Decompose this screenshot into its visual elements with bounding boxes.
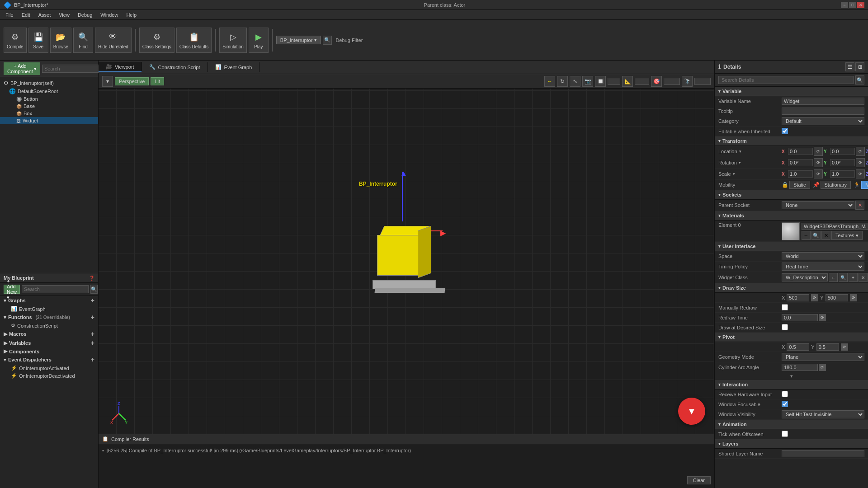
sockets-section-header[interactable]: ▾ Sockets	[715, 190, 868, 200]
menu-view[interactable]: View	[55, 11, 73, 19]
window-focusable-checkbox[interactable]	[782, 401, 788, 407]
blueprint-dropdown[interactable]: BP_Interruptor ▾	[276, 36, 321, 44]
angle-input[interactable]: 10°	[635, 78, 649, 85]
graphs-add-btn[interactable]: +	[91, 297, 94, 304]
editable-checkbox[interactable]	[782, 128, 788, 134]
category-dropdown[interactable]: Default	[782, 117, 864, 125]
pivot-x-input[interactable]	[787, 343, 809, 351]
tab-construction-script[interactable]: 🔧 Construction Script	[142, 62, 208, 72]
bp-item-construction-script[interactable]: ⚙ ConstructionScript	[0, 322, 98, 329]
variable-name-input[interactable]	[782, 98, 864, 105]
cylinder-arc-input[interactable]	[782, 364, 818, 371]
details-search-input[interactable]	[718, 76, 854, 84]
menu-window[interactable]: Window	[97, 11, 122, 19]
scale-x-reset[interactable]: ⟳	[814, 169, 823, 178]
menu-debug[interactable]: Debug	[74, 11, 96, 19]
macros-add-btn[interactable]: +	[91, 330, 94, 338]
bp-section-variables[interactable]: ▶ Variables +	[0, 338, 98, 347]
draw-size-y-input[interactable]	[826, 294, 848, 301]
shared-layer-input[interactable]	[782, 450, 864, 457]
bp-section-components[interactable]: ▶ Components	[0, 347, 98, 355]
wc-arrow-btn[interactable]: ←	[829, 273, 838, 282]
mat-browse-btn[interactable]: ←	[802, 231, 811, 240]
wc-add-btn[interactable]: +	[849, 273, 858, 282]
transform-section-header[interactable]: ▾ Transform	[715, 136, 868, 146]
movable-button[interactable]: Movable	[861, 181, 868, 189]
vp-snap-btn[interactable]: 🔲	[595, 76, 606, 87]
rot-x-reset[interactable]: ⟳	[814, 158, 823, 167]
class-defaults-button[interactable]: 📋 Class Defaults	[176, 28, 212, 53]
red-circle-button[interactable]: ▼	[678, 398, 705, 425]
menu-edit[interactable]: Edit	[18, 11, 34, 19]
user-interface-section-header[interactable]: ▾ User Interface	[715, 242, 868, 251]
clear-button[interactable]: Clear	[687, 476, 711, 484]
vp-cam-speed-btn[interactable]: 🎯	[651, 76, 662, 87]
interaction-section-header[interactable]: ▾ Interaction	[715, 380, 868, 389]
functions-add-btn[interactable]: +	[91, 314, 94, 321]
loc-y-reset[interactable]: ⟳	[856, 147, 865, 156]
tab-event-graph[interactable]: 📊 Event Graph	[208, 62, 260, 72]
menu-file[interactable]: File	[2, 11, 17, 19]
details-more-btn[interactable]: ▾	[715, 372, 868, 380]
dispatchers-add-btn[interactable]: +	[91, 356, 94, 363]
stationary-button[interactable]: Stationary	[821, 181, 851, 189]
details-search-btn[interactable]: 🔍	[855, 75, 864, 84]
receive-hw-input-checkbox[interactable]	[782, 391, 788, 397]
widget-class-dropdown[interactable]: W_Description	[782, 273, 828, 282]
pivot-section-header[interactable]: ▾ Pivot	[715, 333, 868, 342]
layers-section-header[interactable]: ▾ Layers	[715, 439, 868, 449]
draw-size-y-reset[interactable]: ⟳	[850, 294, 857, 301]
vp-camera-btn[interactable]: 📷	[582, 76, 593, 87]
draw-size-x-reset[interactable]: ⟳	[811, 294, 818, 301]
vp-scale-btn[interactable]: ⤡	[570, 76, 580, 87]
viewport-3d[interactable]: BP_Interruptor ▲ ▶	[99, 89, 714, 434]
bp-section-graphs[interactable]: ▾ Graphs +	[0, 296, 98, 305]
bp-item-on-activated[interactable]: ⚡ OnInterruptorActivated	[0, 364, 98, 372]
space-dropdown[interactable]: World Screen	[782, 252, 864, 260]
save-button[interactable]: 💾 Save	[28, 28, 48, 53]
compile-button[interactable]: ⚙ Compile	[4, 28, 27, 53]
menu-asset[interactable]: Asset	[35, 11, 55, 19]
parent-socket-select[interactable]: None	[782, 201, 854, 209]
add-component-button[interactable]: + Add Component ▾	[4, 62, 40, 75]
menu-help[interactable]: Help	[123, 11, 140, 19]
maximize-button[interactable]: □	[849, 2, 856, 8]
cam-speed-input[interactable]: 0.25	[664, 78, 680, 85]
wc-search-btn[interactable]: 🔍	[839, 273, 848, 282]
redraw-time-input[interactable]	[782, 314, 818, 321]
rot-x-input[interactable]	[788, 159, 813, 166]
mat-clear-btn[interactable]: ✕	[821, 231, 830, 240]
timing-policy-dropdown[interactable]: Real Time	[782, 263, 864, 271]
variable-section-header[interactable]: ▾ Variable	[715, 87, 868, 96]
draw-size-x-input[interactable]	[787, 294, 809, 301]
grid-size-input[interactable]: 10	[608, 78, 620, 85]
scale-x-input[interactable]	[788, 170, 813, 178]
scale-y-reset[interactable]: ⟳	[856, 169, 865, 178]
class-settings-button[interactable]: ⚙ Class Settings	[139, 28, 175, 53]
fov-input[interactable]: 1	[694, 78, 711, 85]
static-button[interactable]: Static	[789, 181, 810, 189]
vp-angle-btn[interactable]: 📐	[622, 76, 633, 87]
material-input[interactable]	[802, 223, 868, 230]
animation-section-header[interactable]: ▾ Animation	[715, 420, 868, 429]
bp-section-macros[interactable]: ▶ Macros +	[0, 329, 98, 338]
minimize-button[interactable]: −	[841, 2, 848, 8]
bp-search-btn[interactable]: 🔍	[90, 285, 98, 294]
pivot-reset[interactable]: ⟳	[841, 343, 848, 351]
bp-item-eventgraph[interactable]: 📊 EventGraph	[0, 305, 98, 313]
blueprint-search-input[interactable]	[22, 285, 89, 293]
tree-item-box[interactable]: 📦 Box	[0, 110, 98, 117]
mat-find-btn[interactable]: 🔍	[811, 231, 821, 240]
manually-redraw-checkbox[interactable]	[782, 304, 788, 310]
loc-y-input[interactable]	[830, 148, 855, 155]
tree-item-widget[interactable]: 🖼 Widget	[0, 117, 98, 124]
tab-viewport[interactable]: 🎥 Viewport	[99, 62, 142, 72]
vp-fov-btn[interactable]: 🔭	[682, 76, 693, 87]
bp-section-functions[interactable]: ▾ Functions (21 Overridable) +	[0, 313, 98, 322]
blueprint-search-btn[interactable]: 🔍	[323, 36, 332, 45]
materials-section-header[interactable]: ▾ Materials	[715, 211, 868, 221]
loc-x-input[interactable]	[788, 148, 813, 155]
details-grid-view-btn[interactable]: ⊞	[855, 62, 864, 71]
vp-rotate-btn[interactable]: ↻	[557, 76, 568, 87]
hide-unrelated-button[interactable]: 👁 Hide Unrelated	[95, 28, 132, 53]
